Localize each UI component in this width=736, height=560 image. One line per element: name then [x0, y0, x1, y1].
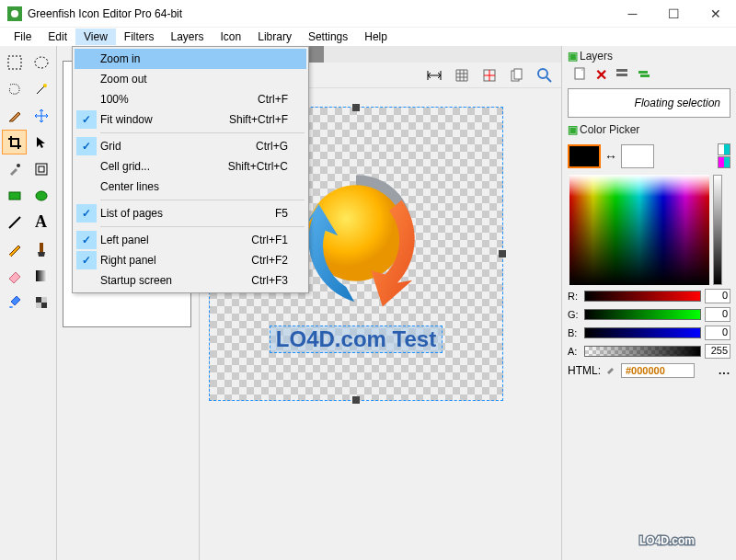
menu-filters[interactable]: Filters — [116, 29, 163, 45]
menu-settings[interactable]: Settings — [300, 29, 356, 45]
html-value[interactable]: #000000 — [621, 363, 695, 378]
svg-rect-12 — [36, 270, 47, 281]
new-layer-icon[interactable] — [573, 66, 588, 84]
menu-edit[interactable]: Edit — [40, 29, 75, 45]
view-menu-item[interactable]: ✓Right panelCtrl+F2 — [75, 250, 306, 270]
gradient-tool[interactable] — [29, 263, 53, 288]
canvas-text: LO4D.com Test — [270, 326, 443, 353]
swap-colors-icon[interactable]: ↔ — [604, 149, 617, 164]
svg-point-9 — [36, 191, 47, 200]
fit-width-icon[interactable] — [423, 64, 445, 86]
foreground-swatch[interactable] — [568, 144, 601, 168]
layers-panel-title: ▣Layers — [568, 48, 730, 64]
menu-help[interactable]: Help — [356, 29, 396, 45]
g-value[interactable]: 0 — [705, 307, 730, 322]
a-label: A: — [568, 346, 581, 357]
text-tool[interactable]: A — [29, 210, 53, 234]
background-swatch[interactable] — [621, 144, 654, 168]
view-menu-item[interactable]: Center lines — [75, 177, 306, 197]
svg-point-5 — [17, 164, 20, 167]
more-icon[interactable]: ... — [719, 364, 730, 377]
pencil2-tool[interactable] — [2, 236, 27, 261]
eyedropper-small-icon[interactable] — [604, 362, 617, 378]
eraser-tool[interactable] — [2, 263, 27, 288]
layer-item[interactable]: Floating selection — [568, 88, 730, 118]
pointer-tool[interactable] — [29, 130, 53, 154]
minimize-button[interactable]: ─ — [612, 0, 653, 28]
watermark: LO4D.com — [607, 525, 727, 553]
handle-bottom[interactable] — [352, 396, 360, 404]
a-value[interactable]: 255 — [705, 344, 730, 359]
view-menu-item[interactable]: ✓Left panelCtrl+F1 — [75, 230, 306, 250]
view-menu-item[interactable]: Zoom in — [75, 49, 306, 69]
menu-icon[interactable]: Icon — [213, 29, 250, 45]
layer-props-icon[interactable] — [615, 66, 629, 84]
grid-icon[interactable] — [451, 64, 473, 86]
svg-rect-17 — [41, 303, 47, 308]
menu-library[interactable]: Library — [249, 29, 300, 45]
line-tool[interactable] — [2, 210, 27, 234]
svg-rect-6 — [36, 164, 47, 175]
menu-layers[interactable]: Layers — [163, 29, 213, 45]
checker-tool[interactable] — [29, 290, 53, 314]
r-value[interactable]: 0 — [705, 289, 730, 303]
maximize-button[interactable]: ☐ — [653, 0, 695, 28]
handle-right[interactable] — [499, 250, 506, 257]
pages-icon[interactable] — [506, 64, 528, 86]
r-label: R: — [568, 291, 581, 302]
view-menu-item[interactable]: ✓Fit windowShift+Ctrl+F — [75, 109, 306, 130]
pencil-tool[interactable] — [2, 103, 27, 128]
view-menu-item[interactable]: 100%Ctrl+F — [75, 89, 306, 109]
svg-point-13 — [9, 306, 13, 308]
view-menu-item[interactable]: Startup screenCtrl+F3 — [75, 270, 306, 291]
eyedropper-tool[interactable] — [2, 156, 27, 181]
wand-tool[interactable] — [29, 76, 53, 101]
view-menu-item[interactable]: ✓List of pagesF5 — [75, 203, 306, 223]
crop-tool[interactable] — [2, 130, 27, 154]
svg-rect-29 — [638, 71, 648, 74]
close-button[interactable]: ✕ — [695, 0, 736, 28]
handle-top[interactable] — [352, 104, 360, 111]
view-menu-item[interactable]: ✓GridCtrl+G — [75, 136, 306, 156]
merge-layers-icon[interactable] — [637, 66, 651, 84]
ellipse-tool[interactable] — [29, 183, 53, 208]
app-icon — [7, 6, 22, 21]
svg-rect-30 — [640, 74, 650, 77]
zoom-icon[interactable] — [534, 64, 556, 86]
delete-layer-icon[interactable]: ✕ — [595, 66, 607, 84]
brush-tool[interactable] — [29, 236, 53, 261]
move-tool[interactable] — [29, 103, 53, 128]
menu-bar: File Edit View Filters Layers Icon Libra… — [0, 28, 736, 46]
svg-point-4 — [43, 84, 47, 87]
r-slider[interactable] — [584, 291, 701, 302]
g-slider[interactable] — [584, 309, 701, 320]
svg-text:LO4D.com: LO4D.com — [639, 534, 695, 547]
center-lines-icon[interactable] — [478, 64, 500, 86]
b-label: B: — [568, 327, 581, 338]
rectangle-tool[interactable] — [2, 183, 27, 208]
ellipse-select-tool[interactable] — [29, 50, 53, 74]
svg-line-10 — [9, 217, 20, 228]
menu-file[interactable]: File — [6, 29, 40, 45]
b-slider[interactable] — [584, 327, 701, 338]
color-gradient[interactable] — [569, 175, 709, 285]
view-menu-item[interactable]: Zoom out — [75, 69, 306, 89]
svg-rect-15 — [41, 297, 47, 303]
menu-view[interactable]: View — [75, 29, 116, 45]
window-title: Greenfish Icon Editor Pro 64-bit — [28, 7, 612, 20]
g-label: G: — [568, 309, 581, 320]
value-slider[interactable] — [713, 175, 722, 285]
mini-swatches[interactable] — [718, 143, 730, 169]
a-slider[interactable] — [584, 346, 701, 357]
rect-select-tool[interactable] — [2, 50, 27, 74]
view-dropdown: Zoom inZoom out100%Ctrl+F✓Fit windowShif… — [72, 46, 309, 293]
frame-tool[interactable] — [29, 156, 53, 181]
right-panel: ▣Layers ✕ Floating selection ▣Color Pick… — [561, 46, 736, 560]
view-menu-item[interactable]: Cell grid...Shift+Ctrl+C — [75, 156, 306, 177]
svg-rect-8 — [9, 192, 20, 200]
lasso-tool[interactable] — [2, 76, 27, 101]
svg-point-1 — [11, 10, 18, 17]
b-value[interactable]: 0 — [705, 326, 730, 340]
svg-rect-27 — [616, 69, 627, 72]
bucket-tool[interactable] — [2, 290, 27, 314]
